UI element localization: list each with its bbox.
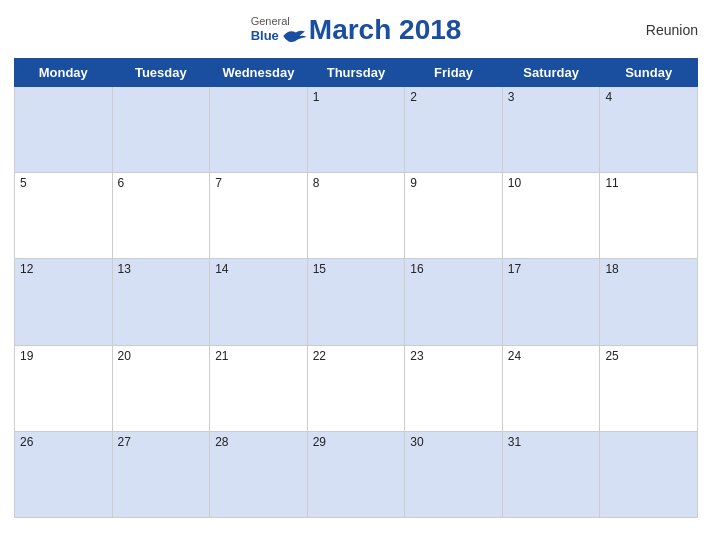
logo-text: General Blue <box>251 15 309 45</box>
day-number: 12 <box>20 262 33 276</box>
calendar-week-row: 567891011 <box>15 173 698 259</box>
weekday-header-saturday: Saturday <box>502 59 600 87</box>
logo-container: General Blue <box>251 15 309 45</box>
logo-bird-icon <box>281 27 309 45</box>
calendar-day-cell: 17 <box>502 259 600 345</box>
calendar-day-cell: 29 <box>307 431 405 517</box>
calendar-wrapper: General Blue March 2018 Reunion MondayTu… <box>0 0 712 550</box>
calendar-day-cell: 31 <box>502 431 600 517</box>
day-number: 23 <box>410 349 423 363</box>
calendar-day-cell: 30 <box>405 431 503 517</box>
calendar-day-cell: 5 <box>15 173 113 259</box>
day-number: 6 <box>118 176 125 190</box>
day-number: 9 <box>410 176 417 190</box>
calendar-day-cell: 9 <box>405 173 503 259</box>
day-number: 7 <box>215 176 222 190</box>
calendar-day-cell <box>210 87 308 173</box>
calendar-day-cell: 14 <box>210 259 308 345</box>
calendar-week-row: 1234 <box>15 87 698 173</box>
calendar-day-cell: 24 <box>502 345 600 431</box>
day-number: 19 <box>20 349 33 363</box>
calendar-day-cell: 20 <box>112 345 210 431</box>
calendar-header: General Blue March 2018 Reunion <box>14 10 698 50</box>
day-number: 18 <box>605 262 618 276</box>
weekday-header-friday: Friday <box>405 59 503 87</box>
calendar-day-cell: 13 <box>112 259 210 345</box>
day-number: 1 <box>313 90 320 104</box>
day-number: 4 <box>605 90 612 104</box>
weekday-header-sunday: Sunday <box>600 59 698 87</box>
day-number: 14 <box>215 262 228 276</box>
weekday-header-monday: Monday <box>15 59 113 87</box>
weekday-header-tuesday: Tuesday <box>112 59 210 87</box>
calendar-day-cell <box>15 87 113 173</box>
calendar-day-cell: 22 <box>307 345 405 431</box>
calendar-day-cell: 28 <box>210 431 308 517</box>
calendar-day-cell: 19 <box>15 345 113 431</box>
weekday-header-thursday: Thursday <box>307 59 405 87</box>
calendar-table: MondayTuesdayWednesdayThursdayFridaySatu… <box>14 58 698 518</box>
calendar-day-cell: 4 <box>600 87 698 173</box>
day-number: 28 <box>215 435 228 449</box>
calendar-day-cell: 18 <box>600 259 698 345</box>
day-number: 3 <box>508 90 515 104</box>
day-number: 21 <box>215 349 228 363</box>
calendar-day-cell: 27 <box>112 431 210 517</box>
calendar-day-cell: 1 <box>307 87 405 173</box>
day-number: 25 <box>605 349 618 363</box>
logo-blue: Blue <box>251 29 279 43</box>
day-number: 27 <box>118 435 131 449</box>
calendar-day-cell: 10 <box>502 173 600 259</box>
day-number: 29 <box>313 435 326 449</box>
day-number: 2 <box>410 90 417 104</box>
day-number: 13 <box>118 262 131 276</box>
logo-general: General <box>251 15 309 27</box>
weekday-header-wednesday: Wednesday <box>210 59 308 87</box>
calendar-day-cell <box>600 431 698 517</box>
calendar-week-row: 262728293031 <box>15 431 698 517</box>
day-number: 16 <box>410 262 423 276</box>
calendar-day-cell: 11 <box>600 173 698 259</box>
day-number: 22 <box>313 349 326 363</box>
day-number: 30 <box>410 435 423 449</box>
calendar-day-cell: 26 <box>15 431 113 517</box>
day-number: 26 <box>20 435 33 449</box>
day-number: 11 <box>605 176 618 190</box>
calendar-day-cell: 3 <box>502 87 600 173</box>
calendar-day-cell: 12 <box>15 259 113 345</box>
day-number: 15 <box>313 262 326 276</box>
region-label: Reunion <box>646 22 698 38</box>
calendar-week-row: 19202122232425 <box>15 345 698 431</box>
calendar-title: March 2018 <box>309 14 462 46</box>
calendar-day-cell: 15 <box>307 259 405 345</box>
day-number: 17 <box>508 262 521 276</box>
calendar-day-cell: 16 <box>405 259 503 345</box>
day-number: 8 <box>313 176 320 190</box>
day-number: 10 <box>508 176 521 190</box>
day-number: 24 <box>508 349 521 363</box>
calendar-week-row: 12131415161718 <box>15 259 698 345</box>
calendar-day-cell: 7 <box>210 173 308 259</box>
day-number: 5 <box>20 176 27 190</box>
calendar-day-cell: 21 <box>210 345 308 431</box>
calendar-day-cell: 6 <box>112 173 210 259</box>
calendar-day-cell: 23 <box>405 345 503 431</box>
day-number: 31 <box>508 435 521 449</box>
day-number: 20 <box>118 349 131 363</box>
calendar-day-cell: 2 <box>405 87 503 173</box>
calendar-day-cell <box>112 87 210 173</box>
calendar-day-cell: 8 <box>307 173 405 259</box>
calendar-day-cell: 25 <box>600 345 698 431</box>
